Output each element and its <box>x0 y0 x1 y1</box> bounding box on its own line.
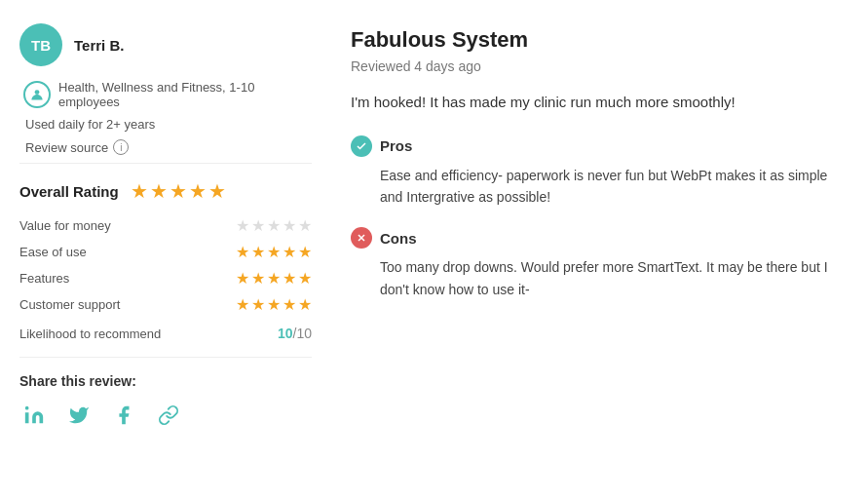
pros-header: Pros <box>351 135 849 157</box>
overall-row: Overall Rating ★ ★ ★ ★ ★ <box>19 179 312 203</box>
twitter-icon[interactable] <box>64 401 94 430</box>
reviewer-header: TB Terri B. <box>19 23 312 66</box>
reviewer-meta: Health, Wellness and Fitness, 1-10 emplo… <box>19 80 312 155</box>
value-for-money-row: Value for money ★ ★ ★ ★ ★ <box>19 216 312 235</box>
star-1: ★ <box>131 179 148 203</box>
pros-content: Ease and efficiency- paperwork is never … <box>351 165 849 209</box>
svg-point-0 <box>35 90 40 95</box>
support-label: Customer support <box>19 297 136 312</box>
link-icon[interactable] <box>154 401 183 430</box>
sub-ratings: Value for money ★ ★ ★ ★ ★ Ease of use ★ … <box>19 216 312 341</box>
cons-header: Cons <box>351 227 849 249</box>
overall-label: Overall Rating <box>19 183 119 200</box>
support-stars: ★ ★ ★ ★ ★ <box>236 295 312 314</box>
features-row: Features ★ ★ ★ ★ ★ <box>19 269 312 288</box>
company-text: Health, Wellness and Fitness, 1-10 emplo… <box>58 80 312 109</box>
ease-stars: ★ ★ ★ ★ ★ <box>236 243 312 261</box>
features-label: Features <box>19 271 136 286</box>
review-title: Fabulous System <box>351 27 849 53</box>
likelihood-label: Likelihood to recommend <box>19 327 161 341</box>
svg-point-1 <box>25 406 29 410</box>
likelihood-row: Likelihood to recommend 10/10 <box>19 326 312 341</box>
reviewer-company: Health, Wellness and Fitness, 1-10 emplo… <box>23 80 312 109</box>
cons-content: Too many drop downs. Would prefer more S… <box>351 256 849 300</box>
cons-title: Cons <box>380 230 417 247</box>
ease-label: Ease of use <box>19 245 136 259</box>
pros-title: Pros <box>380 137 412 154</box>
main-layout: TB Terri B. Health, Wellness and Fitness… <box>19 23 849 430</box>
review-date: Reviewed 4 days ago <box>351 58 849 74</box>
linkedin-icon[interactable] <box>19 401 49 430</box>
star-3: ★ <box>170 179 187 203</box>
facebook-icon[interactable] <box>109 401 138 430</box>
star-2: ★ <box>150 179 168 203</box>
social-icons <box>19 401 312 430</box>
value-stars: ★ ★ ★ ★ ★ <box>236 216 312 235</box>
review-summary: I'm hooked! It has made my clinic run mu… <box>351 92 849 114</box>
share-label: Share this review: <box>19 373 312 389</box>
likelihood-value: 10/10 <box>278 326 312 341</box>
star-4: ★ <box>189 179 207 203</box>
avatar: TB <box>19 23 62 66</box>
share-section: Share this review: <box>19 357 312 430</box>
left-panel: TB Terri B. Health, Wellness and Fitness… <box>19 23 312 430</box>
reviewer-name: Terri B. <box>74 37 124 54</box>
overall-stars: ★ ★ ★ ★ ★ <box>131 179 226 203</box>
review-source-label: Review source <box>25 140 108 155</box>
overall-section: Overall Rating ★ ★ ★ ★ ★ Value for money… <box>19 163 312 341</box>
value-label: Value for money <box>19 218 136 233</box>
company-icon <box>23 81 51 108</box>
info-icon[interactable]: i <box>113 139 129 155</box>
right-panel: Fabulous System Reviewed 4 days ago I'm … <box>351 23 849 430</box>
customer-support-row: Customer support ★ ★ ★ ★ ★ <box>19 295 312 314</box>
features-stars: ★ ★ ★ ★ ★ <box>236 269 312 288</box>
star-5: ★ <box>208 179 226 203</box>
pros-icon <box>351 135 372 157</box>
review-source: Review source i <box>23 139 312 155</box>
usage-text: Used daily for 2+ years <box>23 117 312 132</box>
ease-of-use-row: Ease of use ★ ★ ★ ★ ★ <box>19 243 312 261</box>
cons-icon <box>351 227 372 249</box>
